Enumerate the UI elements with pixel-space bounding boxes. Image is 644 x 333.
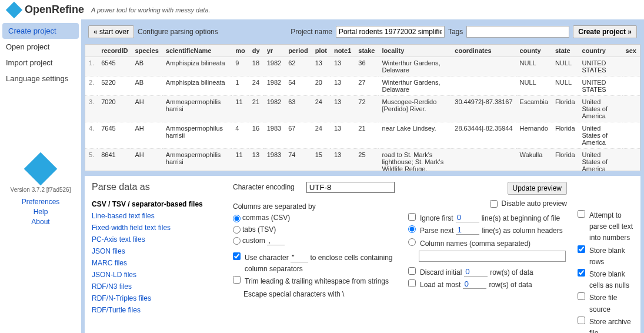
use-char-check[interactable] [233,252,241,260]
table-cell: Ammospermophilis harrisi [162,96,232,122]
table-cell: 20 [312,76,331,96]
trim-check[interactable] [233,276,241,284]
sep-tsv-radio[interactable]: tabs (TSV) [233,225,276,234]
table-cell [622,149,640,172]
format-option[interactable]: JSON-LD files [92,269,221,281]
help-link[interactable]: Help [34,208,48,216]
table-cell: 4 [232,122,249,149]
table-cell: 67 [285,122,312,149]
table-cell: NULL [516,76,552,96]
project-name-input[interactable] [336,26,445,38]
encoding-input[interactable] [306,182,395,193]
table-cell [622,76,640,96]
attempt-parse-check[interactable] [578,210,585,218]
table-cell: United States of America [579,122,622,149]
format-option[interactable]: CSV / TSV / separator-based files [92,198,221,210]
sidebar-item-import[interactable]: Import project [0,55,81,71]
table-cell: 27 [355,76,378,96]
sidebar-item-language[interactable]: Language settings [0,71,81,86]
table-cell: Hernando [516,122,552,149]
column-header: sex [622,45,640,57]
table-row: 5.8641AHAmmospermophilis harrisi11131983… [85,149,640,172]
sidebar-item-open[interactable]: Open project [0,39,81,55]
table-row: 2.5220ABAmphispiza bilineata124198254201… [85,76,640,96]
create-project-button[interactable]: Create project » [573,25,637,38]
format-option[interactable]: PC-Axis text files [92,234,221,245]
table-cell [451,57,516,76]
parse-next-input[interactable] [456,225,479,235]
format-option[interactable]: RDF/N-Triples files [92,292,221,304]
blank-rows-check[interactable] [578,245,585,253]
preview-table-container[interactable]: recordIDspeciesscientificNamemodyyrperio… [85,44,640,171]
start-over-button[interactable]: « start over [88,25,134,38]
table-cell: 2. [85,76,98,96]
table-cell: road to St. Mark's lighthouse; St. Mark'… [378,149,451,172]
encoding-label: Character encoding [233,182,295,193]
preview-table: recordIDspeciesscientificNamemodyyrperio… [85,45,640,171]
table-cell: Muscogee-Rerdido [Perdido] River. [378,96,451,122]
column-header: dy [249,45,263,57]
table-cell: AB [131,76,162,96]
file-source-check[interactable] [578,292,585,300]
format-option[interactable]: Fixed-width field text files [92,222,221,234]
ignore-first-input[interactable] [456,213,479,222]
sep-csv-radio[interactable]: commas (CSV) [233,214,290,222]
table-cell: 1983 [263,122,285,149]
parse-next-radio[interactable] [408,225,416,233]
custom-sep-input[interactable] [267,236,285,245]
table-cell: UNITED STATES [579,57,622,76]
quote-char-input[interactable] [291,253,308,262]
about-link[interactable]: About [31,218,49,226]
column-header: mo [232,45,249,57]
blank-cells-check[interactable] [578,269,585,277]
table-cell: 11 [232,96,249,122]
load-most-check[interactable] [408,279,416,287]
column-header [85,45,98,57]
format-option[interactable]: RDF/N3 files [92,281,221,292]
update-preview-button[interactable]: Update preview [508,182,567,195]
table-cell: 5220 [98,76,131,96]
table-cell: 30.44972|-87.38167 [451,96,516,122]
table-cell: Ammospermophilis harrisi [162,149,232,172]
table-cell: AH [131,149,162,172]
sidebar-item-create[interactable]: Create project [2,23,79,39]
ignore-first-check[interactable] [408,213,416,221]
column-header: yr [263,45,285,57]
format-option[interactable]: MARC files [92,257,221,269]
table-cell: United States of America [579,149,622,172]
table-cell: 3. [85,96,98,122]
load-most-input[interactable] [463,279,486,289]
table-cell: Winterthur Gardens, Delaware [378,76,451,96]
table-cell: United States of America [579,96,622,122]
table-cell: 7645 [98,122,131,149]
parse-title: Parse data as [92,182,221,192]
table-cell [451,149,516,172]
format-option[interactable]: RDF/Turtle files [92,304,221,316]
table-cell: 72 [355,96,378,122]
table-cell: 1983 [263,149,285,172]
table-cell: 24 [312,96,331,122]
discard-input[interactable] [464,267,488,277]
table-cell: 1982 [263,76,285,96]
table-cell: 13 [331,96,355,122]
colnames-input[interactable] [419,251,566,262]
table-cell: 13 [331,76,355,96]
sep-custom-radio[interactable]: custom [233,237,265,245]
table-cell: 28.63444|-82.35944 [451,122,516,149]
format-option[interactable]: Line-based text files [92,210,221,222]
table-cell: 13 [331,57,355,76]
table-cell: 62 [285,57,312,76]
discard-check[interactable] [408,267,416,275]
table-cell [622,96,640,122]
colnames-radio[interactable] [408,238,416,246]
disable-auto-check[interactable]: Disable auto preview [490,198,567,209]
table-cell: AB [131,57,162,76]
configure-label: Configure parsing options [138,28,218,36]
tags-label: Tags [448,28,463,36]
tags-input[interactable] [466,26,569,38]
table-cell: NULL [552,57,579,76]
archive-check[interactable] [578,317,585,324]
format-option[interactable]: JSON files [92,245,221,257]
table-cell: 11 [232,149,249,172]
preferences-link[interactable]: Preferences [22,198,60,206]
